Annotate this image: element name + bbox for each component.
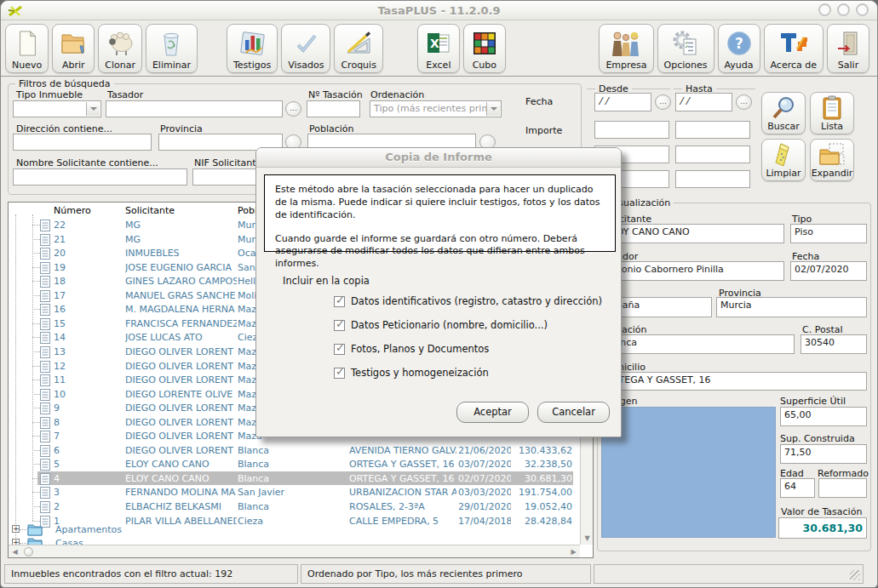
button-label: Expandir [812, 168, 853, 179]
cell-numero: 10 [54, 389, 88, 400]
sheep-icon [106, 27, 135, 60]
report-icon [40, 501, 50, 513]
checkbox-checked-icon[interactable] [334, 296, 345, 307]
cell-solicitante: FRANCISCA FERNANDEZ [125, 318, 237, 329]
acerca-button[interactable]: Acerca de [764, 24, 823, 73]
detail-valor-value: 30.681,30 [778, 517, 867, 539]
cell-numero: 19 [54, 262, 88, 273]
table-row[interactable]: 4 ELOY CANO CANO Blanca ORTEGA Y GASSET,… [9, 471, 575, 486]
expandir-button[interactable]: Expandir [810, 139, 854, 181]
chevron-down-icon[interactable] [86, 102, 100, 116]
ayuda-button[interactable]: ? Ayuda [718, 24, 760, 73]
horizontal-scrollbar[interactable]: ◀ ▶ [9, 545, 580, 557]
window-maximize-button[interactable] [837, 3, 850, 16]
expand-plus-icon[interactable]: + [12, 525, 20, 533]
open-button[interactable]: Abrir [52, 24, 95, 73]
detail-sup-construida-value: 71,50 [780, 444, 867, 464]
nombre-solicitante-input[interactable] [13, 168, 187, 186]
window-minimize-button[interactable] [818, 3, 831, 16]
cell-numero: 6 [54, 445, 88, 456]
fecha-desde-picker-button[interactable]: ... [655, 94, 671, 110]
scrollbar-thumb[interactable] [24, 547, 33, 557]
cell-solicitante: M. MAGDALENA HERNA [125, 304, 237, 315]
lista-button[interactable]: Lista [810, 92, 854, 134]
fecha-hasta-input[interactable]: / / [675, 93, 732, 111]
button-label: Opciones [664, 60, 708, 71]
fecha-desde-input[interactable]: / / [594, 93, 651, 111]
empresa-button[interactable]: Empresa [599, 24, 653, 73]
table-row[interactable]: 2 ELBACHIZ BELKASMI Blanca ROSALES, 2-3ª… [9, 500, 575, 514]
delete-button[interactable]: Eliminar [146, 24, 198, 73]
scroll-down-icon[interactable]: ▼ [581, 532, 594, 545]
cell-solicitante: MANUEL GRAS SANCHE [125, 290, 237, 301]
salir-button[interactable]: Salir [827, 24, 869, 73]
report-icon [40, 220, 50, 231]
dialog-paragraph-2: Cuando guarde el informe se guardará con… [275, 233, 605, 271]
button-label: Cubo [473, 60, 496, 71]
tree-stub [32, 380, 40, 380]
button-label: Croquis [341, 60, 376, 71]
column-header-numero[interactable]: Número [54, 205, 91, 216]
range3-hasta-input[interactable] [675, 146, 750, 163]
checkbox-checked-icon[interactable] [334, 368, 345, 379]
resize-grip[interactable] [850, 570, 860, 580]
checkbox-checked-icon[interactable] [334, 320, 345, 331]
chevron-down-icon[interactable] [486, 102, 500, 116]
detail-domicilio-value: ORTEGA Y GASSET, 16 [601, 372, 867, 391]
tree-stub [32, 281, 40, 282]
tasador-input[interactable] [106, 100, 283, 117]
button-label: Testigos [233, 60, 271, 71]
importe-filter-label: Importe [525, 125, 562, 136]
scroll-right-icon[interactable]: ▶ [567, 545, 580, 558]
tree-stub [32, 253, 40, 254]
detail-sup-util-value: 65,00 [780, 407, 867, 426]
detail-tasador-value: Antonio Cabornero Pinilla [601, 261, 784, 281]
direccion-input[interactable] [13, 134, 152, 151]
cell-direccion: ORTEGA Y GASSET, 16 [349, 459, 456, 470]
column-header-solicitante[interactable]: Solicitante [125, 205, 175, 216]
num-tasacion-label: Nº Tasación [308, 89, 363, 100]
testigos-button[interactable]: Testigos [227, 24, 278, 73]
report-icon [40, 248, 50, 260]
filters-legend: Filtros de búsqueda [15, 78, 114, 89]
button-label: Buscar [767, 121, 800, 132]
importe-hasta-input[interactable] [675, 121, 750, 139]
eraser-icon [772, 141, 795, 168]
gear-list-icon [672, 27, 699, 60]
opciones-button[interactable]: Opciones [657, 24, 714, 73]
detail-valor-label: Valor de Tasación [781, 506, 862, 517]
excel-button[interactable]: X Excel [417, 24, 460, 73]
clone-button[interactable]: Clonar [98, 24, 142, 73]
cancelar-button[interactable]: Cancelar [537, 402, 610, 423]
num-tasacion-input[interactable] [307, 100, 360, 117]
tree-stub [32, 295, 40, 296]
window-close-button[interactable] [856, 3, 869, 16]
checkbox-checked-icon[interactable] [334, 344, 345, 355]
tree-folder-apartamentos[interactable]: + Apartamentos [9, 522, 571, 536]
table-row[interactable]: 5 ELOY CANO CANO Blanca ORTEGA Y GASSET,… [9, 457, 575, 471]
tipo-inmueble-select[interactable] [13, 100, 101, 117]
cubo-button[interactable]: Cubo [463, 24, 506, 73]
ordenacion-select[interactable]: Tipo (más recientes primero) [370, 100, 502, 117]
cell-solicitante: MG [125, 234, 237, 245]
range4-hasta-input[interactable] [675, 170, 750, 188]
fecha-hasta-picker-button[interactable]: ... [736, 94, 752, 110]
tasador-more-button[interactable]: ... [285, 101, 301, 117]
scroll-left-icon[interactable]: ◀ [9, 545, 21, 558]
table-row[interactable]: 6 DIEGO OLIVER LORENT Blanca AVENIDA TIE… [9, 443, 575, 458]
cell-solicitante: INMUEBLES [125, 248, 237, 259]
cell-direccion: URBANIZACION STAR A [349, 487, 456, 498]
cell-numero: 2 [54, 501, 88, 512]
table-row[interactable]: 3 FERNANDO MOLINA MA San Javier URBANIZA… [9, 485, 575, 500]
report-icon [40, 431, 50, 442]
report-icon [40, 304, 50, 316]
dialog-paragraph-1: Este método abre la tasación seleccionad… [275, 184, 605, 222]
svg-text:?: ? [735, 35, 743, 52]
importe-desde-input[interactable] [594, 121, 669, 139]
visados-button[interactable]: Visados [281, 24, 330, 73]
new-button[interactable]: Nuevo [5, 24, 49, 73]
limpiar-button[interactable]: Limpiar [761, 139, 806, 181]
croquis-button[interactable]: Croquis [334, 24, 382, 73]
buscar-button[interactable]: Buscar [761, 92, 806, 134]
aceptar-button[interactable]: Aceptar [456, 402, 529, 423]
